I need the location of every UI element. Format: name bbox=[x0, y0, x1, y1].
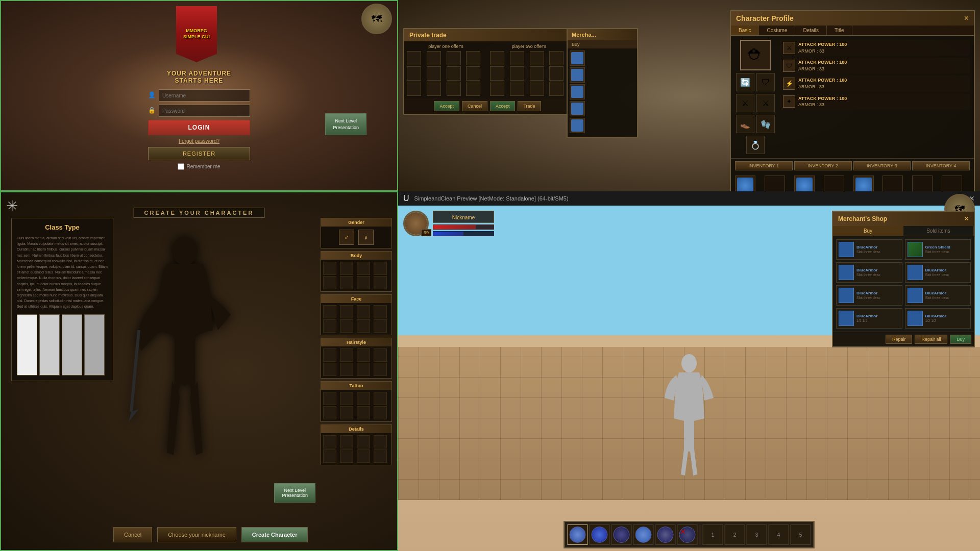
swatch-dark[interactable] bbox=[84, 314, 105, 375]
password-input[interactable] bbox=[159, 105, 250, 117]
option-slot[interactable] bbox=[357, 276, 370, 289]
trade-slot[interactable] bbox=[466, 51, 480, 65]
option-slot[interactable] bbox=[374, 406, 387, 419]
option-slot[interactable] bbox=[357, 449, 370, 463]
action-slot-10[interactable]: 4 bbox=[769, 524, 789, 545]
trade-slot[interactable] bbox=[466, 66, 480, 81]
inv-slot[interactable] bbox=[912, 176, 933, 191]
trade-slot[interactable] bbox=[510, 51, 524, 65]
register-button[interactable]: REGISTER bbox=[148, 147, 250, 160]
trade-button[interactable]: Trade bbox=[518, 101, 541, 111]
tab-title[interactable]: Title bbox=[827, 26, 852, 35]
option-slot[interactable] bbox=[374, 449, 387, 463]
inventory-tab-4[interactable]: INVENTORY 4 bbox=[912, 161, 970, 170]
equip-slot-gloves[interactable]: 🧤 bbox=[756, 115, 775, 133]
equip-slot-wings[interactable]: 🔄 bbox=[736, 73, 754, 91]
trade-slot[interactable] bbox=[427, 82, 441, 96]
option-slot[interactable] bbox=[374, 348, 387, 362]
option-slot[interactable] bbox=[357, 363, 370, 376]
option-slot[interactable] bbox=[340, 305, 353, 318]
trade-slot[interactable] bbox=[447, 66, 461, 81]
option-slot[interactable] bbox=[340, 435, 353, 448]
username-input[interactable] bbox=[159, 89, 250, 102]
option-slot[interactable] bbox=[323, 363, 336, 376]
option-slot[interactable] bbox=[340, 276, 353, 289]
shop-item[interactable]: BlueArmor Slot three desc bbox=[836, 285, 902, 306]
inventory-tab-1[interactable]: INVENTORY 1 bbox=[735, 161, 793, 170]
action-slot-8[interactable]: 2 bbox=[725, 524, 745, 545]
option-slot[interactable] bbox=[374, 435, 387, 448]
shop-item[interactable]: Green Shield Slot three desc bbox=[905, 239, 971, 260]
trade-slot[interactable] bbox=[407, 82, 421, 96]
trade-slot[interactable] bbox=[490, 82, 504, 96]
shop-item[interactable]: BlueArmor 1/2 1/2 bbox=[836, 308, 902, 329]
inv-slot[interactable] bbox=[735, 176, 755, 191]
inv-slot[interactable] bbox=[942, 176, 962, 191]
inventory-tab-2[interactable]: INVENTORY 2 bbox=[794, 161, 852, 170]
trade-slot[interactable] bbox=[510, 66, 524, 81]
shop-tab-sold[interactable]: Sold items bbox=[903, 226, 974, 236]
close-icon[interactable]: × bbox=[964, 14, 969, 23]
remember-checkbox[interactable] bbox=[178, 163, 184, 170]
cancel-creation-button[interactable]: Cancel bbox=[113, 527, 152, 542]
option-slot[interactable] bbox=[340, 406, 353, 419]
merchant-buy-tab[interactable]: Buy bbox=[568, 40, 637, 48]
merchant-shop-close[interactable]: × bbox=[964, 214, 969, 223]
trade-slot[interactable] bbox=[510, 82, 524, 96]
trade-slot[interactable] bbox=[530, 82, 544, 96]
trade-slot[interactable] bbox=[407, 51, 421, 65]
equip-slot-armor[interactable]: ⚔ bbox=[736, 94, 754, 112]
option-slot[interactable] bbox=[323, 262, 336, 275]
buy-button[interactable]: Buy bbox=[950, 335, 971, 344]
trade-slot[interactable] bbox=[530, 66, 544, 81]
accept-button-1[interactable]: Accept bbox=[434, 101, 459, 111]
trade-slot[interactable] bbox=[549, 66, 564, 81]
trade-slot[interactable] bbox=[549, 82, 564, 96]
merchant-slot[interactable] bbox=[570, 84, 585, 99]
option-slot[interactable] bbox=[357, 305, 370, 318]
option-slot[interactable] bbox=[357, 392, 370, 405]
inv-slot[interactable] bbox=[794, 176, 815, 191]
option-slot[interactable] bbox=[357, 319, 370, 333]
cancel-button[interactable]: Cancel bbox=[462, 101, 487, 111]
option-slot[interactable] bbox=[340, 363, 353, 376]
option-slot[interactable] bbox=[340, 449, 353, 463]
shop-item[interactable]: BlueArmor Slot three desc bbox=[836, 262, 902, 283]
merchant-slot[interactable] bbox=[570, 101, 585, 116]
merchant-slot[interactable] bbox=[570, 118, 585, 133]
repair-all-button[interactable]: Repair all bbox=[915, 335, 947, 344]
shop-tab-buy[interactable]: Buy bbox=[833, 226, 903, 236]
option-slot[interactable] bbox=[357, 348, 370, 362]
equip-slot-ring[interactable]: 💍 bbox=[746, 136, 765, 154]
action-slot-7[interactable]: 1 bbox=[703, 524, 723, 545]
swatch-white[interactable] bbox=[17, 314, 37, 375]
tab-basic[interactable]: Basic bbox=[731, 26, 759, 35]
action-slot-5[interactable] bbox=[655, 524, 676, 545]
option-slot[interactable] bbox=[340, 348, 353, 362]
option-slot[interactable] bbox=[374, 276, 387, 289]
option-slot[interactable] bbox=[323, 276, 336, 289]
inv-slot[interactable] bbox=[853, 176, 874, 191]
trade-slot[interactable] bbox=[427, 51, 441, 65]
option-slot[interactable] bbox=[323, 449, 336, 463]
action-slot-4[interactable] bbox=[633, 524, 654, 545]
inv-slot[interactable] bbox=[883, 176, 903, 191]
option-slot[interactable] bbox=[323, 305, 336, 318]
trade-slot[interactable] bbox=[490, 51, 504, 65]
action-slot-2[interactable] bbox=[590, 524, 610, 545]
gender-female-button[interactable]: ♀ bbox=[358, 230, 374, 245]
action-slot-11[interactable]: 5 bbox=[791, 524, 811, 545]
action-slot-3[interactable] bbox=[611, 524, 632, 545]
option-slot[interactable] bbox=[323, 348, 336, 362]
tab-costume[interactable]: Costume bbox=[759, 26, 795, 35]
option-slot[interactable] bbox=[374, 319, 387, 333]
inv-slot[interactable] bbox=[824, 176, 844, 191]
equip-slot-shield[interactable]: 🛡 bbox=[756, 73, 775, 91]
shop-item[interactable]: BlueArmor Slot three desc bbox=[836, 239, 902, 260]
swatch-light[interactable] bbox=[39, 314, 60, 375]
option-slot[interactable] bbox=[374, 305, 387, 318]
trade-slot[interactable] bbox=[447, 51, 461, 65]
option-slot[interactable] bbox=[357, 262, 370, 275]
option-slot[interactable] bbox=[374, 262, 387, 275]
option-slot[interactable] bbox=[323, 392, 336, 405]
